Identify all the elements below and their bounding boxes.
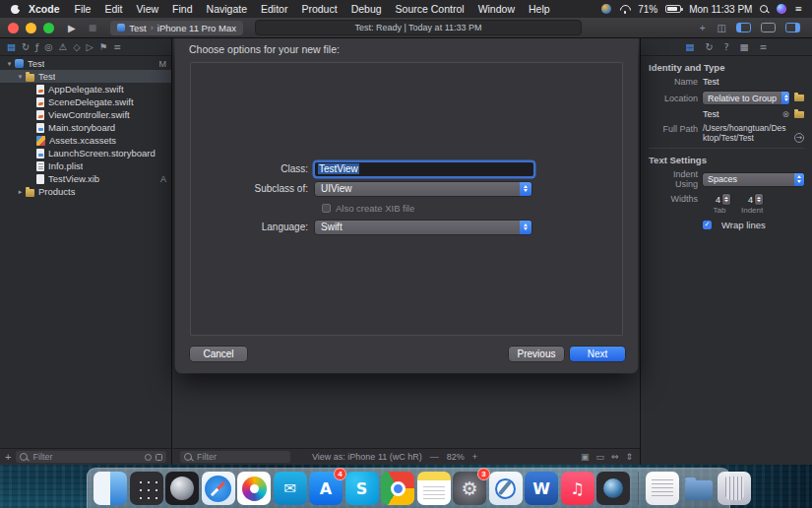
name-value[interactable]: Test [703,77,719,87]
navigator-row-test[interactable]: ▾TestM [0,57,171,70]
report-navigator-tab[interactable]: ≡ [113,41,121,52]
tab-width-stepper[interactable]: 4 [709,194,730,205]
menu-item-edit[interactable]: Edit [97,3,129,15]
zoom-window-button[interactable] [43,23,54,33]
dock-photos-icon[interactable] [237,472,271,505]
indent-width-stepper[interactable]: 4 [741,194,763,205]
adapt-variation-icon[interactable]: ⇕ [625,452,633,462]
app-menu-xcode[interactable]: Xcode [27,3,68,15]
debug-navigator-tab[interactable]: ▷ [86,41,93,52]
menu-bar-clock[interactable]: Mon 11:33 PM [689,4,752,15]
dock-siri-icon[interactable] [165,472,199,505]
dock-safari-icon[interactable] [202,472,235,505]
navigator-row-viewcontroller-swift[interactable]: ViewController.swift [0,108,171,121]
navigator-row-test[interactable]: ▾Test [0,70,171,83]
indent-using-popup[interactable]: Spaces [703,173,804,186]
dock-photo-booth-icon[interactable] [596,472,630,505]
navigator-filter-field[interactable]: Filter [16,451,166,463]
menu-item-window[interactable]: Window [471,3,522,15]
recent-files-filter-icon[interactable] [145,454,152,461]
source-control-navigator-tab[interactable]: ↻ [22,41,30,52]
issue-navigator-tab[interactable]: ⚠ [59,41,68,52]
dock-finder-icon[interactable] [94,472,127,505]
zoom-level[interactable]: 82% [447,452,465,462]
dock-system-preferences-icon[interactable]: ⚙3 [453,472,486,505]
clear-location-icon[interactable]: ⊗ [781,109,789,119]
language-popup[interactable]: Swift [315,221,531,234]
previous-button[interactable]: Previous [509,347,564,361]
navigator-row-launchscreen-storyboard[interactable]: LaunchScreen.storyboard [0,147,171,159]
zoom-fit-icon[interactable]: ▣ [581,452,590,462]
project-navigator-tab[interactable]: ▤ [7,41,16,52]
file-inspector-tab[interactable]: ▤ [686,41,695,52]
history-inspector-tab[interactable]: ↻ [706,41,714,52]
toggle-inspector-icon[interactable] [785,23,800,32]
goto-arrow-icon[interactable]: → [794,133,804,143]
create-xib-checkbox[interactable] [322,204,331,213]
menu-item-help[interactable]: Help [522,3,557,15]
dock-mail-icon[interactable]: ✉ [274,472,307,505]
spotlight-icon[interactable] [760,5,769,14]
dock-downloads-icon[interactable] [682,472,716,505]
menu-item-editor[interactable]: Editor [254,3,294,15]
menu-item-navigate[interactable]: Navigate [200,3,254,15]
test-navigator-tab[interactable]: ◇ [73,41,80,52]
navigator-row-testview-xib[interactable]: TestView.xibA [0,172,171,185]
cancel-button[interactable]: Cancel [190,347,247,361]
symbol-navigator-tab[interactable]: ƒ [35,41,38,52]
control-center-icon[interactable]: ≡ [794,4,802,14]
menu-item-find[interactable]: Find [165,3,199,15]
size-inspector-tab[interactable]: ≡ [760,41,768,52]
zoom-in-button[interactable]: + [472,452,477,462]
minimize-window-button[interactable] [26,23,36,33]
battery-icon[interactable] [665,5,681,13]
dock-word-icon[interactable]: W [525,472,558,505]
zoom-out-button[interactable]: — [430,452,439,462]
stepper-arrows-icon[interactable] [755,194,763,205]
dock-chrome-icon[interactable] [381,472,414,505]
dock-xcode-icon[interactable] [489,472,523,505]
wifi-icon[interactable] [619,5,630,14]
source-control-filter-icon[interactable] [156,454,162,461]
scheme-selector[interactable]: Test › iPhone 11 Pro Max [110,21,243,35]
apple-menu-icon[interactable] [10,4,21,15]
dock-skype-icon[interactable]: S [345,472,379,505]
disclosure-open-icon[interactable]: ▾ [16,73,25,81]
disclosure-closed-icon[interactable]: ▸ [16,188,25,196]
dock-app-store-icon[interactable]: A4 [309,472,343,505]
display-status-icon[interactable] [601,4,611,14]
wrap-lines-checkbox[interactable]: ✓ [703,221,712,229]
orientation-icon[interactable]: ⇔ [611,452,619,462]
run-button[interactable]: ▶ [68,23,76,33]
menu-item-file[interactable]: File [68,3,98,15]
menu-item-view[interactable]: View [130,3,166,15]
navigator-row-appdelegate-swift[interactable]: AppDelegate.swift [0,83,171,95]
dock-trash-icon[interactable] [718,472,751,505]
dock-music-icon[interactable]: ♫ [561,472,594,505]
menu-item-source-control[interactable]: Source Control [389,3,471,15]
dock-launchpad-icon[interactable] [130,472,163,505]
navigator-row-main-storyboard[interactable]: Main.storyboard [0,121,171,134]
add-file-icon[interactable]: + [5,452,11,462]
editor-options-icon[interactable]: ◫ [718,23,726,33]
menu-item-product[interactable]: Product [294,3,344,15]
close-window-button[interactable] [8,23,19,33]
stepper-arrows-icon[interactable] [722,194,730,205]
find-navigator-tab[interactable]: ◎ [44,41,52,52]
subclass-popup[interactable]: UIView [315,182,531,196]
navigator-row-scenedelegate-swift[interactable]: SceneDelegate.swift [0,95,171,108]
dock-notes-icon[interactable] [417,472,451,505]
next-button[interactable]: Next [570,347,625,361]
navigator-row-info-plist[interactable]: Info.plist [0,159,171,172]
outline-filter-field[interactable]: Filter [180,451,290,463]
disclosure-open-icon[interactable]: ▾ [5,60,14,68]
quick-help-inspector-tab[interactable]: ? [723,41,728,52]
navigator-row-assets-xcassets[interactable]: Assets.xcassets [0,134,171,147]
siri-icon[interactable] [777,4,786,14]
breakpoint-navigator-tab[interactable]: ⚑ [99,41,108,52]
attributes-inspector-tab[interactable]: ▦ [740,41,749,52]
device-bezels-icon[interactable]: ▭ [595,452,604,462]
folder-icon[interactable] [794,111,804,118]
library-icon[interactable]: ＋ [698,21,708,34]
menu-item-debug[interactable]: Debug [344,3,389,15]
